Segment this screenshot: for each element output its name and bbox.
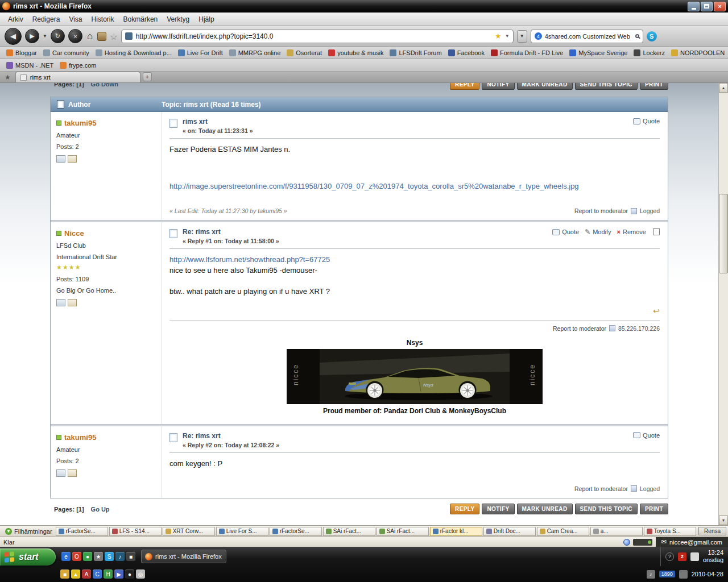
quick-launch-icon[interactable]: ◎ — [136, 569, 145, 579]
download-item[interactable]: LFS - S14... — [109, 527, 162, 536]
search-bar[interactable]: 4 4shared.com Customized Web — [531, 30, 643, 43]
download-item[interactable]: rFactorSe... — [56, 527, 108, 536]
post-subject-link[interactable]: Re: rims xrt — [183, 228, 547, 236]
download-item[interactable]: Toyota S... — [644, 527, 696, 536]
scroll-down-icon[interactable]: ▼ — [719, 516, 728, 525]
home-button[interactable]: ⌂ — [86, 31, 94, 42]
network-tray-icon[interactable] — [679, 570, 688, 579]
bookmark-item[interactable]: MySpace Sverige — [566, 48, 630, 57]
skype-icon[interactable]: S — [647, 31, 657, 41]
menu-item[interactable]: Hjälp — [194, 14, 218, 25]
personal-message-icon[interactable] — [68, 469, 77, 477]
mail-notifier[interactable]: ✉ niccee@gmail.com — [656, 537, 728, 547]
report-to-moderator-link[interactable]: Report to moderator — [574, 207, 628, 214]
menu-item[interactable]: Historik — [87, 14, 119, 25]
clock[interactable]: 13:24 onsdag — [703, 549, 723, 564]
bookmark-item[interactable]: Formula Drift - FD Live — [488, 48, 566, 57]
url-bar[interactable]: http://www.lfsdrift.net/index.php?topic=… — [121, 30, 514, 43]
report-to-moderator-link[interactable]: Report to moderator — [553, 325, 606, 332]
username-link[interactable]: takumi95 — [64, 433, 96, 442]
post-image-link[interactable]: http://image.superstreetonline.com/f/931… — [169, 181, 579, 192]
download-item[interactable]: rFactorSe... — [270, 527, 322, 536]
quick-launch-icon[interactable]: ♪ — [115, 552, 125, 561]
download-item[interactable]: Live For S... — [216, 527, 268, 536]
bookmark-item[interactable]: Lockerz — [631, 48, 668, 57]
download-item[interactable]: rFactor kl... — [430, 527, 482, 536]
quick-launch-icon[interactable]: ▶ — [114, 569, 123, 579]
addon-toolbar-icon[interactable] — [97, 32, 106, 41]
download-item[interactable]: XRT Conv... — [163, 527, 215, 536]
minimize-button[interactable] — [688, 2, 700, 11]
view-profile-icon[interactable] — [56, 299, 65, 306]
quick-launch-icon[interactable]: H — [104, 569, 113, 579]
report-to-moderator-link[interactable]: Report to moderator — [574, 485, 628, 492]
go-up-link[interactable]: Go Up — [91, 506, 110, 513]
forum-action-button[interactable]: MARK UNREAD — [517, 504, 573, 514]
quick-launch-icon[interactable]: O — [72, 552, 81, 561]
view-profile-icon[interactable] — [56, 469, 65, 477]
clear-downloads-button[interactable]: Rensa — [698, 527, 726, 535]
stop-button[interactable]: × — [68, 29, 82, 43]
scrollbar-thumb[interactable] — [719, 194, 728, 273]
quick-launch-icon[interactable]: S — [105, 552, 114, 561]
tab-list-star-icon[interactable]: ★ — [5, 73, 11, 81]
post-link[interactable]: http://www.lfsforum.net/showthread.php?t… — [169, 255, 330, 265]
back-button[interactable]: ◀ — [5, 28, 22, 45]
quote-button[interactable]: Quote — [633, 118, 660, 124]
url-input[interactable]: http://www.lfsdrift.net/index.php?topic=… — [136, 32, 491, 40]
quote-button[interactable]: Quote — [552, 228, 579, 235]
addon-widget[interactable] — [633, 539, 652, 546]
quick-launch-icon[interactable]: ● — [83, 552, 92, 561]
forum-action-button[interactable]: PRINT — [640, 504, 668, 514]
download-item[interactable]: SAi rFact... — [323, 527, 375, 536]
bookmark-item[interactable]: Hosting & Download p... — [93, 48, 175, 57]
personal-message-icon[interactable] — [68, 299, 77, 306]
download-item[interactable]: SAi rFact... — [377, 527, 429, 536]
forum-action-button[interactable]: MARK UNREAD — [517, 83, 573, 90]
forum-action-button[interactable]: NOTIFY — [482, 504, 514, 514]
bookmark-item[interactable]: Facebook — [445, 48, 487, 57]
antivirus-tray-icon[interactable]: z — [678, 552, 686, 561]
personal-message-icon[interactable] — [68, 155, 77, 163]
bookmark-item[interactable]: NORDPOOLEN — [668, 48, 727, 57]
scroll-up-icon[interactable]: ▲ — [719, 83, 728, 93]
menu-item[interactable]: Visa — [64, 14, 86, 25]
help-tray-icon[interactable]: ? — [665, 552, 674, 561]
bookmark-item[interactable]: Car comunity — [40, 48, 92, 57]
remove-button[interactable]: × Remove — [617, 228, 646, 235]
username-link[interactable]: takumi95 — [64, 119, 96, 127]
bookmarked-star-icon[interactable]: ★ — [495, 32, 502, 40]
forward-button[interactable]: ▶ — [25, 29, 39, 43]
menu-item[interactable]: Redigera — [28, 14, 65, 25]
new-tab-button[interactable]: + — [143, 72, 152, 81]
vertical-scrollbar[interactable]: ▲ ▼ — [718, 83, 728, 525]
quick-launch-icon[interactable]: ■ — [126, 552, 135, 561]
modify-button[interactable]: ✎ Modify — [585, 228, 611, 236]
post-subject-link[interactable]: rims xrt — [183, 118, 628, 126]
bookmark-item[interactable]: Bloggar — [3, 48, 40, 57]
bookmark-item[interactable]: LFSDrift Forum — [387, 48, 444, 57]
forum-action-button[interactable]: NOTIFY — [482, 83, 514, 90]
urlbar-go-button[interactable]: ▼ — [517, 30, 527, 43]
search-icon[interactable] — [635, 34, 639, 38]
forum-action-button[interactable]: SEND THIS TOPIC — [575, 504, 638, 514]
quote-button[interactable]: Quote — [633, 432, 660, 439]
download-item[interactable]: Drift Doc... — [483, 527, 536, 536]
forum-action-button[interactable]: REPLY — [450, 83, 479, 90]
close-button[interactable]: × — [714, 2, 726, 11]
quick-launch-icon[interactable]: ▲ — [71, 569, 80, 579]
quick-launch-icon[interactable]: ■ — [60, 569, 69, 579]
urlbar-dropdown-icon[interactable]: ▼ — [505, 34, 510, 39]
download-item[interactable]: a... — [590, 527, 643, 536]
start-button[interactable]: start — [0, 548, 56, 566]
reload-button[interactable]: ↻ — [51, 29, 65, 43]
menu-item[interactable]: Arkiv — [3, 14, 28, 25]
post-subject-link[interactable]: Re: rims xrt — [183, 432, 628, 440]
quick-launch-icon[interactable]: A — [82, 569, 91, 579]
reply-arrow-icon[interactable]: ↩ — [653, 306, 660, 315]
quick-launch-icon[interactable]: ● — [125, 569, 134, 579]
bookmark-item[interactable]: MSDN - .NET — [3, 61, 56, 70]
download-item[interactable]: Cam Crea... — [537, 527, 589, 536]
go-down-link[interactable]: Go Down — [91, 83, 118, 88]
maximize-button[interactable] — [701, 2, 713, 11]
